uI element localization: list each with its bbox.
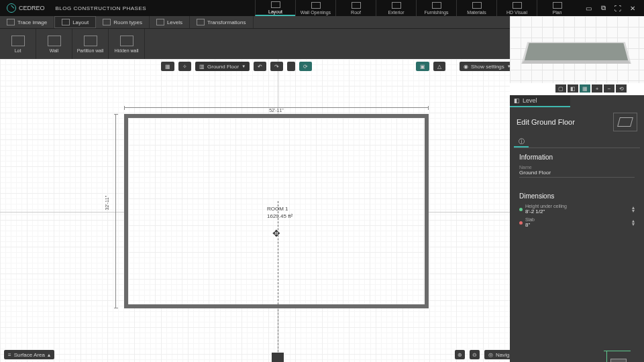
show-settings-button[interactable]: ◉ Show settings ▼: [460, 62, 515, 71]
close-icon[interactable]: ✕: [628, 3, 637, 13]
ceiling-value[interactable]: 8'-2 1/2": [525, 208, 629, 215]
main-tab-wall-openings[interactable]: Wall Openings: [295, 0, 335, 16]
ceiling-label: Height under ceiling: [525, 204, 629, 208]
main-tab-materials[interactable]: Materials: [456, 0, 496, 16]
dimension-height-outer: 32'-11": [115, 114, 122, 308]
subitem-layout[interactable]: Layout: [54, 16, 96, 28]
subitem-trace-image[interactable]: Trace image: [0, 16, 54, 28]
save-icon[interactable]: ⧉: [598, 3, 608, 13]
dimensions-heading: Dimensions: [519, 192, 635, 200]
tool-partition-wall[interactable]: Partition wall: [72, 29, 109, 60]
slab-label: Slab: [525, 217, 629, 222]
main-tab-exterior[interactable]: Exterior: [376, 0, 416, 16]
brand-name: CEDREO: [19, 5, 45, 11]
door-marker[interactable]: [272, 353, 284, 362]
main-tab-roof[interactable]: Roof: [335, 0, 376, 16]
project-title: BLOG CONSTRUCTION PHASES: [52, 5, 147, 11]
undo-button[interactable]: ↶: [254, 62, 266, 71]
subitem-room-types[interactable]: Room types: [96, 16, 150, 28]
validate-button[interactable]: ⟳: [299, 62, 312, 71]
floor-selector[interactable]: ▥ Ground Floor ▼: [195, 62, 250, 71]
main-tab-layout[interactable]: Layout: [255, 0, 295, 16]
main-tab-plan[interactable]: Plan: [537, 0, 577, 16]
panel-subtab-info-icon[interactable]: ⓘ: [514, 137, 529, 147]
slab-stepper[interactable]: ▴▾: [632, 219, 635, 226]
dimension-diagram: [604, 351, 637, 362]
slab-dot-icon: [519, 221, 523, 225]
guide-vertical: [278, 201, 278, 362]
snap-toggle-button[interactable]: ✧: [178, 62, 191, 71]
view-top-icon[interactable]: ▢: [555, 84, 566, 93]
subitem-levels[interactable]: Levels: [150, 16, 190, 28]
zoom-out-button[interactable]: ⊖: [470, 350, 480, 359]
view-zoom-in-icon[interactable]: +: [592, 84, 602, 93]
properties-panel: ◧ Level Edit Ground Floor ⓘ Information …: [510, 95, 644, 362]
main-tab-hd-visual[interactable]: HD Visual: [496, 0, 537, 16]
tool-lot[interactable]: Lot: [0, 29, 36, 60]
room-area: 1629.45 ft²: [267, 213, 292, 219]
name-label: Name: [519, 165, 635, 170]
fullscreen-icon[interactable]: ⛶: [613, 3, 623, 13]
view-3d-button[interactable]: ▣: [416, 62, 429, 71]
ceiling-stepper[interactable]: ▴▾: [632, 206, 635, 213]
ceiling-dot-icon: [519, 208, 523, 211]
view-zoom-out-icon[interactable]: −: [604, 84, 614, 93]
tool-wall[interactable]: Wall: [36, 29, 72, 60]
zoom-in-button[interactable]: ⊕: [455, 350, 465, 359]
grid-toggle-button[interactable]: ▦: [161, 62, 174, 71]
panel-title: Edit Ground Floor: [517, 118, 575, 126]
surface-area-button[interactable]: ≡ Surface Area ▴: [4, 350, 54, 359]
view-persp-button[interactable]: △: [433, 62, 445, 71]
view-persp-icon[interactable]: ▦: [580, 84, 590, 93]
view-reset-icon[interactable]: ⟲: [616, 84, 627, 93]
info-heading: Information: [519, 154, 635, 161]
redo-button[interactable]: ↷: [270, 62, 283, 71]
main-tab-furnishings[interactable]: Furnishings: [416, 0, 456, 16]
subitem-transformations[interactable]: Transformations: [190, 16, 254, 28]
chat-icon[interactable]: ▭: [584, 3, 593, 13]
level-thumbnail: [613, 113, 637, 131]
tool-hidden-wall[interactable]: Hidden wall: [109, 29, 145, 60]
slab-value[interactable]: 8": [525, 222, 629, 228]
dimension-width-outer: 52'-11": [124, 107, 429, 113]
brand-logo: [7, 3, 16, 13]
panel-tab-level[interactable]: ◧ Level: [510, 95, 570, 107]
preview-3d[interactable]: [510, 16, 644, 83]
view-iso-icon[interactable]: ◧: [568, 84, 578, 93]
name-field[interactable]: Ground Floor: [519, 170, 635, 178]
